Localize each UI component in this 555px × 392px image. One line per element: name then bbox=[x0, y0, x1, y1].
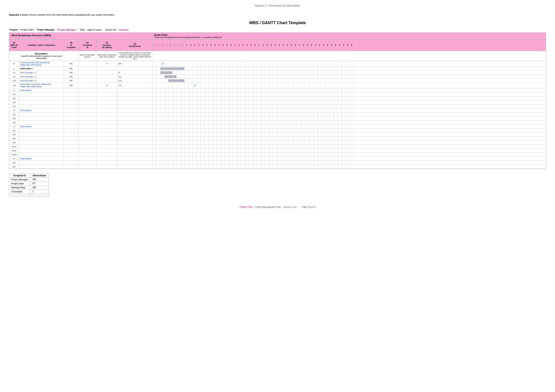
gantt-cell bbox=[245, 165, 249, 169]
gantt-cell bbox=[314, 108, 317, 112]
gantt-cell bbox=[213, 79, 217, 82]
gantt-cell bbox=[293, 116, 297, 120]
gantt-cell bbox=[265, 96, 269, 100]
gantt-cell bbox=[301, 104, 305, 108]
gantt-cell bbox=[173, 153, 176, 157]
activity-name: Deliverable 3 bbox=[19, 108, 64, 112]
gantt-cell bbox=[205, 153, 209, 157]
gantt-cell bbox=[334, 157, 337, 160]
gantt-cell bbox=[201, 141, 205, 144]
gantt-cell bbox=[161, 104, 164, 108]
gantt-cell bbox=[301, 149, 305, 152]
gantt-cell bbox=[297, 121, 301, 124]
gantt-cell bbox=[205, 112, 209, 116]
gantt-cell bbox=[297, 145, 301, 148]
time-col-header-29: 29 bbox=[265, 40, 269, 51]
pct-complete bbox=[64, 116, 79, 120]
gantt-cell bbox=[249, 128, 253, 132]
predecessor: 1.3 bbox=[118, 83, 152, 88]
gantt-cell bbox=[350, 108, 354, 112]
legend-abbr bbox=[30, 195, 49, 197]
gantt-cell bbox=[209, 165, 213, 169]
gantt-row: ★ bbox=[152, 61, 546, 66]
gantt-cell bbox=[161, 153, 164, 157]
gantt-cell bbox=[184, 104, 189, 108]
gantt-cell bbox=[309, 71, 314, 74]
predecessor: NA bbox=[118, 61, 152, 66]
gantt-cell bbox=[201, 124, 205, 128]
gantt-cell bbox=[189, 165, 193, 169]
gantt-cell bbox=[233, 128, 237, 132]
gantt-cell bbox=[245, 149, 249, 152]
assigned-to bbox=[79, 108, 96, 112]
duration bbox=[96, 100, 118, 104]
gantt-cell bbox=[305, 153, 309, 157]
gantt-cell bbox=[337, 161, 342, 164]
gantt-cell bbox=[152, 108, 156, 112]
gantt-cell bbox=[193, 149, 197, 152]
gantt-cell bbox=[261, 145, 265, 148]
gantt-cell bbox=[273, 88, 277, 92]
gantt-cell bbox=[217, 116, 221, 120]
gantt-cell bbox=[173, 67, 176, 70]
description-row: Description: (specific tasks/activities … bbox=[9, 51, 546, 61]
gantt-cell bbox=[269, 112, 273, 116]
gantt-cell bbox=[334, 149, 337, 152]
gantt-cell bbox=[317, 161, 321, 164]
gantt-cell bbox=[176, 92, 181, 96]
gantt-cell bbox=[209, 79, 213, 82]
table-row: 3.1 bbox=[9, 112, 546, 116]
gantt-cell bbox=[329, 67, 334, 70]
activity-name bbox=[19, 153, 64, 157]
gantt-cell bbox=[213, 161, 217, 164]
gantt-cell bbox=[326, 165, 329, 169]
gantt-cell bbox=[309, 61, 314, 66]
gantt-cell bbox=[205, 96, 209, 100]
gantt-cell bbox=[201, 61, 205, 66]
gantt-cell bbox=[346, 124, 350, 128]
gantt-cell bbox=[257, 157, 261, 160]
gantt-cell bbox=[293, 141, 297, 144]
gantt-cell bbox=[269, 133, 273, 136]
gantt-cell bbox=[257, 71, 261, 74]
gantt-cell bbox=[197, 71, 201, 74]
gantt-cell bbox=[305, 88, 309, 92]
gantt-cell bbox=[197, 96, 201, 100]
gantt-cell bbox=[161, 124, 164, 128]
gantt-cell bbox=[181, 88, 184, 92]
gantt-cell bbox=[334, 83, 337, 88]
time-col-header-26: 26 bbox=[253, 40, 257, 51]
gantt-cell bbox=[184, 165, 189, 169]
gantt-cell bbox=[305, 75, 309, 78]
pct-complete bbox=[64, 108, 79, 112]
gantt-cell bbox=[269, 61, 273, 66]
gantt-cell bbox=[329, 92, 334, 96]
gantt-cell bbox=[317, 149, 321, 152]
gantt-cell bbox=[253, 136, 257, 140]
gantt-cell bbox=[273, 79, 277, 82]
desc-bold: Description: bbox=[35, 52, 48, 55]
gantt-cell bbox=[189, 145, 193, 148]
pct-complete bbox=[64, 153, 79, 157]
gantt-cell bbox=[253, 100, 257, 104]
gantt-cell bbox=[205, 75, 209, 78]
gantt-cell bbox=[233, 75, 237, 78]
time-col-header-9: 9 bbox=[184, 40, 189, 51]
gantt-cell bbox=[317, 92, 321, 96]
gantt-cell bbox=[301, 165, 305, 169]
gantt-cell bbox=[261, 149, 265, 152]
gantt-cell bbox=[334, 145, 337, 148]
gantt-row bbox=[152, 92, 546, 96]
gantt-cell bbox=[314, 100, 317, 104]
gantt-cell bbox=[309, 79, 314, 82]
gantt-cell bbox=[189, 136, 193, 140]
gantt-cell bbox=[321, 128, 326, 132]
gantt-cell bbox=[257, 136, 261, 140]
gantt-cell bbox=[269, 108, 273, 112]
gantt-cell bbox=[334, 165, 337, 169]
gantt-cell bbox=[189, 112, 193, 116]
desc-col4: (Name responsible person) bbox=[79, 51, 96, 61]
gantt-cell bbox=[181, 116, 184, 120]
gantt-cell bbox=[297, 141, 301, 144]
gantt-cell bbox=[329, 133, 334, 136]
